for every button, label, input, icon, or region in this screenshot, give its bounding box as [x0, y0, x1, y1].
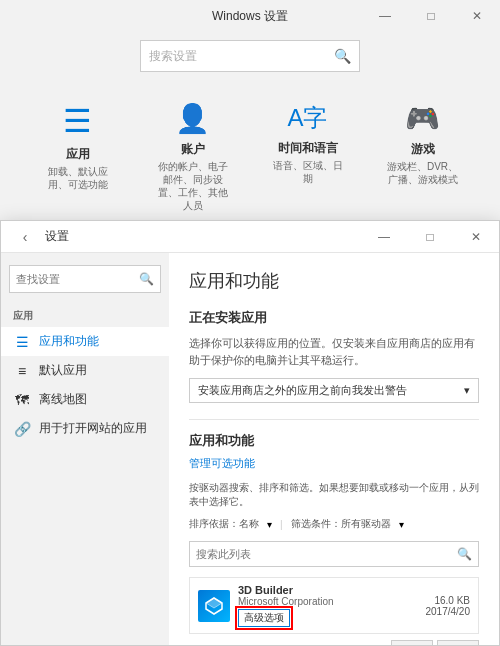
app-name: 3D Builder	[238, 584, 418, 596]
bg-minimize-button[interactable]: —	[362, 0, 408, 32]
apps-section-title: 应用和功能	[189, 432, 479, 450]
bg-search-container: 搜索设置 🔍	[140, 40, 360, 72]
sidebar-item-apps-features[interactable]: ☰ 应用和功能	[1, 327, 169, 356]
app-size: 16.0 KB	[426, 595, 471, 606]
sidebar-item-apps-features-label: 应用和功能	[39, 333, 99, 350]
account-icon: 👤	[175, 102, 210, 135]
gaming-icon-label: 游戏	[411, 141, 435, 158]
manage-optional-features-link[interactable]: 管理可选功能	[189, 456, 479, 471]
bg-window-controls: — □ ✕	[362, 0, 500, 32]
dropdown-label: 安装应用商店之外的应用之前向我发出警告	[198, 383, 407, 398]
account-icon-sublabel: 你的帐户、电子邮件、同步设置、工作、其他人员	[155, 160, 230, 212]
svg-marker-1	[206, 598, 222, 608]
fg-minimize-button[interactable]: —	[361, 221, 407, 253]
language-icon: A字	[287, 102, 327, 134]
sort-label: 排序依据：名称	[189, 517, 259, 531]
offline-maps-icon: 🗺	[13, 392, 31, 408]
sidebar-section-label: 应用	[1, 305, 169, 327]
bg-maximize-button[interactable]: □	[408, 0, 454, 32]
fg-maximize-button[interactable]: □	[407, 221, 453, 253]
filter-label: 筛选条件：所有驱动器	[291, 517, 391, 531]
websites-icon: 🔗	[13, 421, 31, 437]
fg-back-button[interactable]: ‹	[13, 225, 37, 249]
bg-icon-gaming[interactable]: 🎮 游戏 游戏栏、DVR、广播、游戏模式	[385, 102, 460, 212]
fg-titlebar: ‹ 设置 — □ ✕	[1, 221, 499, 253]
bg-search-icon: 🔍	[334, 48, 351, 64]
bg-close-button[interactable]: ✕	[454, 0, 500, 32]
bg-window-title: Windows 设置	[212, 8, 288, 25]
install-section-title: 正在安装应用	[189, 309, 479, 327]
dropdown-chevron-icon: ▾	[464, 384, 470, 397]
bg-icon-account[interactable]: 👤 账户 你的帐户、电子邮件、同步设置、工作、其他人员	[155, 102, 230, 212]
sidebar: 🔍 应用 ☰ 应用和功能 ≡ 默认应用 🗺 离线地图 🔗 用于打开网站的应用	[1, 253, 169, 645]
sidebar-search-icon: 🔍	[139, 272, 154, 286]
section-divider	[189, 419, 479, 420]
fg-window: ‹ 设置 — □ ✕ 🔍 应用 ☰ 应用和功能 ≡ 默认应用 🗺	[0, 220, 500, 646]
install-location-dropdown[interactable]: 安装应用商店之外的应用之前向我发出警告 ▾	[189, 378, 479, 403]
app-meta: 16.0 KB 2017/4/20	[426, 595, 471, 617]
apps-icon-label: 应用	[66, 146, 90, 163]
default-apps-icon: ≡	[13, 363, 31, 379]
filter-desc: 按驱动器搜索、排序和筛选。如果想要卸载或移动一个应用，从列表中选择它。	[189, 481, 479, 509]
apps-icon: ☰	[63, 102, 92, 140]
sidebar-item-websites[interactable]: 🔗 用于打开网站的应用	[1, 414, 169, 443]
search-apps-icon: 🔍	[457, 547, 472, 561]
bg-titlebar: Windows 设置 — □ ✕	[0, 0, 500, 32]
main-content: 应用和功能 正在安装应用 选择你可以获得应用的位置。仅安装来自应用商店的应用有助…	[169, 253, 499, 645]
sidebar-item-offline-maps[interactable]: 🗺 离线地图	[1, 385, 169, 414]
app-publisher: Microsoft Corporation	[238, 596, 418, 607]
sidebar-item-default-apps-label: 默认应用	[39, 362, 87, 379]
sidebar-item-default-apps[interactable]: ≡ 默认应用	[1, 356, 169, 385]
sidebar-item-websites-label: 用于打开网站的应用	[39, 420, 147, 437]
search-apps-input[interactable]	[196, 548, 457, 560]
sidebar-search-input[interactable]	[16, 273, 139, 285]
sort-chevron-icon: ▾	[267, 519, 272, 530]
filter-row: 排序依据：名称 ▾ | 筛选条件：所有驱动器 ▾	[189, 517, 479, 531]
gaming-icon: 🎮	[405, 102, 440, 135]
app-icon-3d-builder	[198, 590, 230, 622]
app-date: 2017/4/20	[426, 606, 471, 617]
bg-search-bar: 搜索设置 🔍	[0, 40, 500, 72]
filter-chevron-icon: ▾	[399, 519, 404, 530]
bg-icon-apps[interactable]: ☰ 应用 卸载、默认应用、可选功能	[40, 102, 115, 212]
fg-window-title: 设置	[45, 228, 69, 245]
sidebar-item-offline-maps-label: 离线地图	[39, 391, 87, 408]
bg-search-placeholder: 搜索设置	[149, 48, 197, 65]
bg-icon-language[interactable]: A字 时间和语言 语音、区域、日期	[270, 102, 345, 212]
sidebar-search[interactable]: 🔍	[9, 265, 161, 293]
fg-window-controls: — □ ✕	[361, 221, 499, 253]
advanced-options-button[interactable]: 高级选项	[238, 609, 290, 627]
fg-close-button[interactable]: ✕	[453, 221, 499, 253]
language-icon-sublabel: 语音、区域、日期	[270, 159, 345, 185]
app-info: 3D Builder Microsoft Corporation 高级选项	[238, 584, 418, 627]
fg-body: 🔍 应用 ☰ 应用和功能 ≡ 默认应用 🗺 离线地图 🔗 用于打开网站的应用 应	[1, 253, 499, 645]
bg-icons-row: ☰ 应用 卸载、默认应用、可选功能 👤 账户 你的帐户、电子邮件、同步设置、工作…	[0, 92, 500, 222]
gaming-icon-sublabel: 游戏栏、DVR、广播、游戏模式	[385, 160, 460, 186]
move-button[interactable]: 移动	[391, 640, 433, 645]
apps-icon-sublabel: 卸载、默认应用、可选功能	[40, 165, 115, 191]
apps-features-icon: ☰	[13, 334, 31, 350]
uninstall-button[interactable]: 卸载	[437, 640, 479, 645]
install-desc: 选择你可以获得应用的位置。仅安装来自应用商店的应用有助于保护你的电脑并让其平稳运…	[189, 335, 479, 368]
account-icon-label: 账户	[181, 141, 205, 158]
language-icon-label: 时间和语言	[278, 140, 338, 157]
main-title: 应用和功能	[189, 269, 479, 293]
app-item-3d-builder: 3D Builder Microsoft Corporation 高级选项 16…	[189, 577, 479, 634]
search-apps-container[interactable]: 🔍	[189, 541, 479, 567]
app-action-buttons: 移动 卸载	[189, 640, 479, 645]
